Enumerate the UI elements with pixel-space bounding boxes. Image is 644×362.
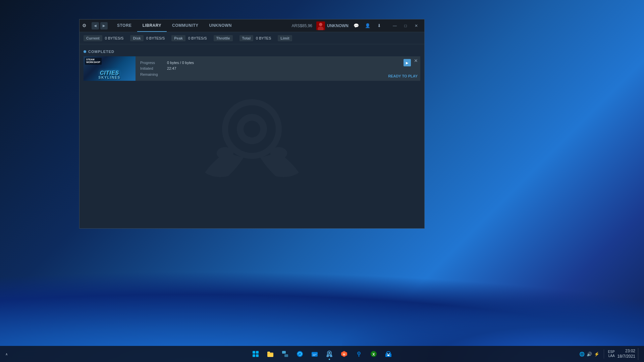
svg-point-7 [270,147,287,159]
stat-disk: Disk 0 BYTES/S [130,35,165,41]
current-label: Current [84,35,102,41]
throttle-label: Throttle [214,35,233,41]
svg-point-34 [389,353,390,354]
tab-store[interactable]: STORE [112,19,137,32]
taskbar-right: 🌐 🔊 ⚡ ESP LAA 23:02 18/7/2021 [579,348,640,360]
section-header: COMPLETED [84,50,420,54]
maps-icon[interactable] [352,347,366,361]
peak-label: Peak [171,35,185,41]
svg-rect-35 [387,355,389,356]
close-button[interactable]: ✕ [411,20,422,31]
stat-limit: Limit [278,35,292,41]
download-icon[interactable]: ⬇ [375,22,383,29]
initiated-value: 22:47 [167,66,176,70]
workshop-logo: STEAMWORKSHOP [85,58,102,65]
taskbar-divider [604,349,604,359]
section-dot [84,50,86,53]
download-stats-bar: Current 0 BYTES/S Disk 0 BYTES/S Peak 0 … [79,32,424,44]
svg-rect-8 [253,351,255,354]
game-title-art: CITIES SKYLINES [84,70,136,79]
svg-point-33 [387,353,388,354]
taskbar-icons: B X [249,347,395,361]
cities-text: CITIES [84,70,136,76]
user-avatar [316,21,325,30]
language-badge: ESP LAA [608,350,615,358]
download-item: ✕ STEAMWORKSHOP CITIES SKYLINES [84,56,420,81]
tab-community[interactable]: COMMUNITY [167,19,204,32]
completed-section: COMPLETED ✕ STEAMWORKSHOP CITIES SKYLINE… [79,44,424,85]
limit-label: Limit [278,35,292,41]
game-art: STEAMWORKSHOP CITIES SKYLINES [84,56,136,81]
volume-icon[interactable]: 🔊 [586,351,592,357]
svg-rect-11 [256,354,259,357]
tray-expand-button[interactable]: ∧ [4,351,9,357]
stat-total: Total 0 BYTES [239,35,271,41]
minimize-button[interactable]: — [389,20,400,31]
nav-forward-button[interactable]: ▶ [100,22,108,29]
peak-value: 0 BYTES/S [188,36,207,40]
stat-peak: Peak 0 BYTES/S [171,35,207,41]
total-label: Total [239,35,253,41]
maximize-button[interactable]: □ [400,20,411,31]
steam-icon: ⚙ [82,23,88,29]
initiated-row: Initiated 22:47 [140,66,416,70]
store-icon[interactable] [382,347,395,361]
battery-icon[interactable]: ⚡ [594,351,600,357]
progress-row: Progress 0 bytes / 0 bytes [140,61,416,65]
svg-text:B: B [343,353,345,356]
disk-label: Disk [130,35,143,41]
account-balance: ARS$85,96 [292,23,312,28]
title-bar-right: ARS$85,96 UNKNOWN 💬 👤 ⬇ — □ ✕ [292,20,422,31]
files-icon[interactable] [308,347,321,361]
chat-icon[interactable]: 💬 [353,22,360,29]
svg-rect-10 [253,354,255,357]
file-explorer-icon[interactable] [264,347,277,361]
user-area[interactable]: UNKNOWN [316,21,348,30]
svg-rect-14 [282,351,286,354]
clock[interactable]: 23:02 18/7/2021 [618,349,635,359]
stat-current: Current 0 BYTES/S [84,35,123,41]
play-button[interactable]: ▶ [404,59,411,66]
tab-unknown[interactable]: UNKNOWN [204,19,237,32]
svg-rect-20 [313,355,315,356]
svg-rect-18 [312,353,318,354]
svg-point-6 [217,147,233,159]
clock-lang-area: ESP LAA 23:02 18/7/2021 [608,349,635,359]
remaining-label: Remaining [140,72,164,76]
taskbar: ∧ [0,346,644,362]
network-icon[interactable]: 🌐 [579,351,585,357]
svg-rect-9 [256,351,259,354]
edge-browser-icon[interactable] [293,347,307,361]
task-view-icon[interactable] [278,347,292,361]
username-label: UNKNOWN [327,23,348,28]
remaining-row: Remaining [140,72,416,76]
section-title: COMPLETED [88,50,114,54]
svg-point-29 [359,353,360,354]
close-item-button[interactable]: ✕ [413,58,419,64]
steam-watermark [185,89,319,184]
svg-rect-13 [267,352,270,353]
brave-icon[interactable]: B [337,347,351,361]
navigation-tabs: STORE LIBRARY COMMUNITY UNKNOWN [112,19,292,32]
progress-label: Progress [140,61,164,65]
show-desktop-button[interactable] [638,348,640,360]
clock-time: 23:02 [618,349,635,354]
nav-back-button[interactable]: ◀ [92,22,99,29]
friends-icon[interactable]: 👤 [364,22,371,29]
steam-window: ⚙ ◀ ▶ STORE LIBRARY COMMUNITY UNKNOWN AR… [79,19,425,229]
desktop-swirl-2 [342,235,644,362]
svg-rect-19 [313,354,317,355]
taskbar-left: ∧ [4,351,9,357]
system-tray: 🌐 🔊 ⚡ [579,351,600,357]
game-thumbnail: STEAMWORKSHOP CITIES SKYLINES [84,56,136,81]
svg-text:X: X [372,352,375,356]
nav-buttons: ⚙ ◀ ▶ [82,22,108,29]
tab-library[interactable]: LIBRARY [137,19,167,32]
download-info: Progress 0 bytes / 0 bytes Initiated 22:… [136,56,420,81]
window-controls: — □ ✕ [389,20,422,31]
start-button[interactable] [249,347,262,361]
steam-icon-taskbar[interactable] [323,347,336,361]
xbox-icon[interactable]: X [367,347,380,361]
skylines-text: SKYLINES [84,76,136,79]
stat-throttle: Throttle [214,35,233,41]
